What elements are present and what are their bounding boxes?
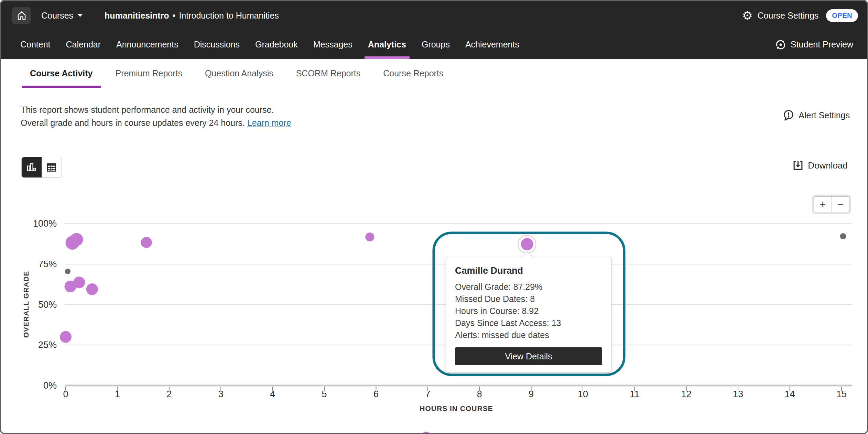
data-point[interactable] [840,233,846,239]
tab-analytics[interactable]: Analytics [368,30,406,59]
data-point[interactable] [65,269,70,274]
download-label: Download [808,160,848,171]
alert-icon [782,109,795,122]
tooltip-stat-line: Days Since Last Access: 13 [455,317,602,329]
data-point[interactable] [141,237,152,248]
x-tick-label: 5 [322,389,327,399]
x-axis-title: HOURS IN COURSE [420,404,493,412]
open-status-badge[interactable]: OPEN [826,9,858,22]
data-point[interactable] [73,276,85,288]
data-point-selected[interactable] [521,238,533,250]
data-point[interactable] [65,281,76,292]
view-details-button[interactable]: View Details [455,347,602,365]
learn-more-link[interactable]: Learn more [247,118,291,128]
tab-gradebook[interactable]: Gradebook [255,30,298,59]
data-point[interactable] [86,283,98,295]
x-tick-label: 4 [270,389,275,399]
x-tick-label: 8 [477,389,482,399]
tooltip-stat-line: Alerts: missed due dates [455,329,602,341]
report-description: This report shows student performance an… [21,103,291,129]
report-description-row: This report shows student performance an… [1,88,867,129]
chevron-down-icon [77,14,83,17]
data-point[interactable] [60,331,72,343]
y-tick-label: 100% [33,218,57,229]
x-tick-label: 10 [578,389,588,399]
y-axis-labels: 100%75%50%25%0% [33,218,57,391]
x-tick-label: 9 [529,389,534,399]
gear-icon: ⚙ [742,10,752,21]
topbar-right: ⚙ Course Settings OPEN [742,9,858,22]
x-tick-label: 7 [425,389,430,399]
alert-settings-button[interactable]: Alert Settings [782,109,850,122]
app-window: Courses humanitiesintro • Introduction t… [0,0,868,434]
tooltip-pointer [521,251,533,263]
divider [92,8,92,23]
student-preview-icon [775,39,786,51]
x-tick-label: 12 [681,389,692,399]
home-button[interactable] [12,7,31,24]
data-point[interactable] [421,432,431,434]
courses-label: Courses [41,11,73,21]
download-button[interactable]: Download [792,160,848,171]
tooltip-stat-line: Missed Due Dates: 8 [455,293,602,305]
student-preview-button[interactable]: Student Preview [775,30,853,59]
x-tick-label: 11 [630,389,639,399]
x-axis-ticks: 0123456789101112131415 [63,387,847,399]
x-tick-label: 15 [836,389,847,399]
tab-groups[interactable]: Groups [422,30,450,59]
alert-settings-label: Alert Settings [799,110,850,120]
y-tick-label: 25% [38,340,57,350]
y-tick-label: 50% [38,300,57,310]
x-tick-label: 6 [373,389,379,399]
description-line2: Overall grade and hours in course update… [21,118,245,128]
tab-calendar[interactable]: Calendar [66,30,101,59]
subtab-course-activity[interactable]: Course Activity [22,59,101,88]
student-tooltip: Camille Durand Overall Grade: 87.29%Miss… [446,257,611,372]
zoom-out-button[interactable]: − [832,196,849,212]
courses-dropdown[interactable]: Courses [41,11,83,21]
zoom-in-button[interactable]: + [814,196,832,212]
x-tick-label: 1 [115,389,120,399]
home-icon [16,10,27,21]
course-id: humanitiesintro [105,11,169,21]
chart-table-toggle [21,157,62,178]
breadcrumb-separator: • [173,11,176,21]
subtab-course-reports[interactable]: Course Reports [375,59,452,88]
y-tick-label: 75% [38,259,57,269]
subtab-scorm-reports[interactable]: SCORM Reports [288,59,369,88]
tooltip-stat-line: Overall Grade: 87.29% [455,281,602,293]
data-point[interactable] [365,232,374,241]
student-preview-label: Student Preview [791,40,853,50]
subtab-premium-reports[interactable]: Premium Reports [107,59,191,88]
tab-content[interactable]: Content [20,30,51,59]
top-bar: Courses humanitiesintro • Introduction t… [1,1,867,30]
tooltip-stat-line: Hours in Course: 8.92 [455,305,602,317]
data-point[interactable] [66,236,79,250]
x-tick-label: 0 [63,389,68,399]
nav-tabs: ContentCalendarAnnouncementsDiscussionsG… [20,30,519,59]
tab-announcements[interactable]: Announcements [116,30,178,59]
x-tick-label: 13 [733,389,743,399]
course-title: Introduction to Humanities [179,11,279,21]
x-tick-label: 14 [785,389,795,399]
zoom-controls: + − [812,195,851,214]
subtab-question-analysis[interactable]: Question Analysis [197,59,282,88]
course-settings-button[interactable]: Course Settings [757,11,818,21]
download-icon [792,160,804,171]
y-axis-title: OVERALL GRADE [22,271,30,338]
tooltip-student-name: Camille Durand [455,265,602,276]
x-tick-label: 3 [218,389,224,399]
selected-point-halo [518,235,536,253]
breadcrumb: humanitiesintro • Introduction to Humani… [105,11,279,21]
course-nav: ContentCalendarAnnouncementsDiscussionsG… [1,30,867,59]
data-point[interactable] [70,233,83,246]
y-tick-label: 0% [43,380,57,391]
tab-achievements[interactable]: Achievements [465,30,519,59]
tab-messages[interactable]: Messages [313,30,352,59]
tab-discussions[interactable]: Discussions [194,30,240,59]
chart-view-button[interactable] [22,157,42,177]
bar-chart-icon [26,162,37,173]
tooltip-stats: Overall Grade: 87.29%Missed Due Dates: 8… [455,281,602,341]
x-tick-label: 2 [166,389,172,399]
table-view-button[interactable] [42,157,62,177]
